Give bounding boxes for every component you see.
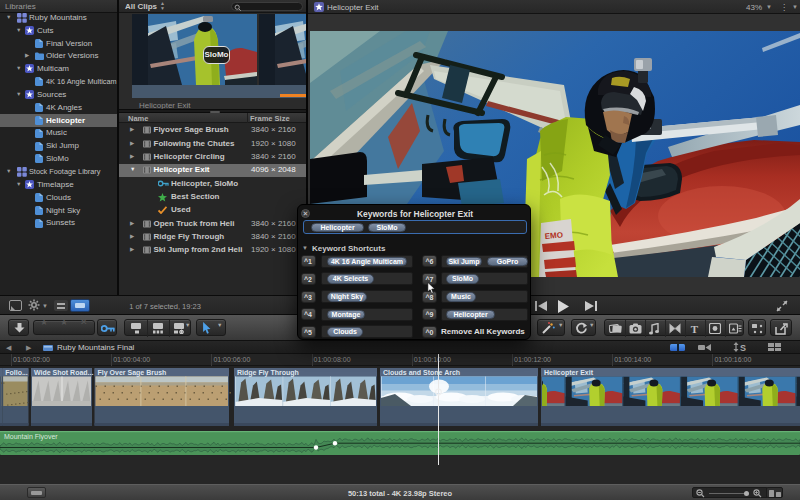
svg-text:Mountain Flyover: Mountain Flyover [4, 433, 58, 441]
svg-text:Wide Shot Road...: Wide Shot Road... [34, 369, 93, 376]
svg-text:T: T [691, 323, 699, 334]
svg-text:Helicopter Exit: Helicopter Exit [544, 369, 594, 377]
svg-text:Ridge Fly Through: Ridge Fly Through [237, 369, 299, 377]
svg-text:Clouds and Stone Arch: Clouds and Stone Arch [383, 369, 460, 376]
svg-text:Follo...: Follo... [5, 369, 28, 376]
svg-text:Fly Over Sage Brush: Fly Over Sage Brush [98, 369, 167, 377]
svg-text:EMO: EMO [544, 230, 563, 241]
svg-text:S: S [740, 343, 746, 353]
